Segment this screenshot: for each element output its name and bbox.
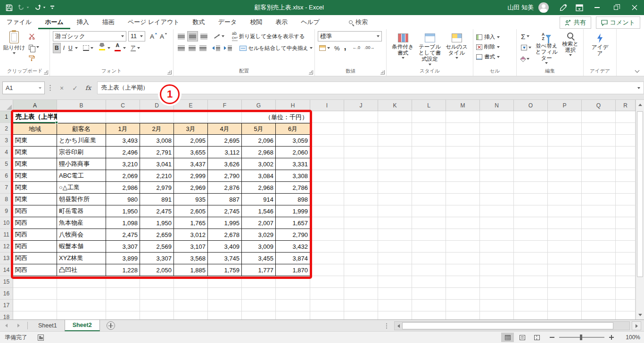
cell-P5[interactable] [548,158,582,170]
cell-R1[interactable] [616,111,636,123]
cell-O5[interactable] [514,158,548,170]
merge-center-button[interactable]: セルを結合して中央揃え [238,43,314,53]
column-header-P[interactable]: P [548,100,582,111]
cell-G16[interactable] [242,288,276,300]
cell-J5[interactable] [344,158,378,170]
column-header-M[interactable]: M [446,100,480,111]
cell-A7[interactable]: 関東 [13,182,57,194]
copy-button[interactable] [27,42,41,52]
cell-I1[interactable] [310,111,344,123]
cell-C6[interactable]: 2,069 [106,170,140,182]
cell-O14[interactable] [514,264,548,276]
cell-M9[interactable] [446,205,480,217]
page-break-view-button[interactable] [530,333,543,342]
horizontal-scroll-thumb[interactable] [402,322,613,329]
cell-P2[interactable] [548,123,582,135]
cell-D3[interactable]: 3,008 [140,135,174,147]
cell-G9[interactable]: 1,546 [242,205,276,217]
cell-M1[interactable] [446,111,480,123]
cell-E1[interactable] [174,111,208,123]
ribbon-tab-3[interactable]: 描画 [96,15,121,29]
ribbon-tab-1[interactable]: ホーム [38,15,70,29]
cell-R16[interactable] [616,288,636,300]
cell-H3[interactable]: 3,059 [276,135,310,147]
row-header-18[interactable]: 18 [0,311,13,319]
cell-J15[interactable] [344,276,378,288]
number-format-select[interactable]: 標準 [318,31,382,41]
cell-H17[interactable] [276,300,310,311]
cell-F18[interactable] [208,311,242,319]
cell-H16[interactable] [276,288,310,300]
cell-K8[interactable] [378,194,412,205]
row-header-6[interactable]: 6 [0,170,13,182]
cell-P7[interactable] [548,182,582,194]
cell-M6[interactable] [446,170,480,182]
cell-G3[interactable]: 2,096 [242,135,276,147]
cell-P1[interactable] [548,111,582,123]
cell-L8[interactable] [412,194,446,205]
align-bottom-button[interactable] [199,31,209,41]
cell-R2[interactable] [616,123,636,135]
cell-D10[interactable]: 1,950 [140,217,174,229]
cell-P10[interactable] [548,217,582,229]
cell-M2[interactable] [446,123,480,135]
cell-O16[interactable] [514,288,548,300]
cell-I11[interactable] [310,229,344,241]
cell-M18[interactable] [446,311,480,319]
cell-K9[interactable] [378,205,412,217]
wrap-text-button[interactable]: abc↩ 折り返して全体を表示する [231,31,306,41]
cell-O13[interactable] [514,253,548,264]
cell-Q6[interactable] [582,170,616,182]
cell-L6[interactable] [412,170,446,182]
cell-B17[interactable] [57,300,106,311]
format-cells-button[interactable]: 書式 [476,52,513,62]
cell-P8[interactable] [548,194,582,205]
cell-L3[interactable] [412,135,446,147]
cell-D18[interactable] [140,311,174,319]
format-painter-button[interactable] [27,53,41,63]
cell-I4[interactable] [310,147,344,158]
cell-Q13[interactable] [582,253,616,264]
cell-D17[interactable] [140,300,174,311]
cell-I18[interactable] [310,311,344,319]
cell-I3[interactable] [310,135,344,147]
cell-J2[interactable] [344,123,378,135]
cancel-icon[interactable]: × [56,82,68,94]
zoom-in-icon[interactable] [609,335,614,340]
cell-A3[interactable]: 関東 [13,135,57,147]
cell-R10[interactable] [616,217,636,229]
cell-N1[interactable] [480,111,514,123]
cell-R8[interactable] [616,194,636,205]
save-icon[interactable] [6,4,13,11]
clipboard-dialog-launcher-icon[interactable] [44,70,48,74]
cell-O1[interactable] [514,111,548,123]
enter-icon[interactable]: ✓ [69,82,81,94]
cell-G2[interactable]: 5月 [242,123,276,135]
cell-C7[interactable]: 2,986 [106,182,140,194]
decrease-decimal-button[interactable]: .00→ [363,43,376,53]
cell-E13[interactable]: 3,568 [174,253,208,264]
cell-M17[interactable] [446,300,480,311]
cell-L4[interactable] [412,147,446,158]
cell-R12[interactable] [616,241,636,253]
phonetic-button[interactable]: ア [129,43,141,53]
font-dialog-launcher-icon[interactable] [167,70,172,74]
cell-B13[interactable]: XYZ林業 [57,253,106,264]
cell-L16[interactable] [412,288,446,300]
fill-button[interactable] [520,42,533,53]
cell-L9[interactable] [412,205,446,217]
cell-P14[interactable] [548,264,582,276]
cell-C17[interactable] [106,300,140,311]
cell-O7[interactable] [514,182,548,194]
cell-K1[interactable] [378,111,412,123]
cell-H7[interactable]: 2,786 [276,182,310,194]
cell-I17[interactable] [310,300,344,311]
autosum-button[interactable]: Σ [520,31,533,41]
cell-K11[interactable] [378,229,412,241]
page-layout-view-button[interactable] [516,333,528,342]
cell-K10[interactable] [378,217,412,229]
ribbon-tab-9[interactable]: ヘルプ [294,15,326,29]
user-name[interactable]: 山田 知美 [507,3,534,12]
cell-C2[interactable]: 1月 [106,123,140,135]
customize-qat-icon[interactable] [50,6,54,9]
